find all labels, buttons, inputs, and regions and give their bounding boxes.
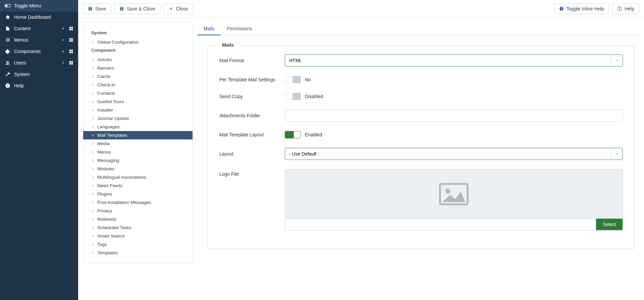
sidebar-item-components[interactable]: Components xyxy=(0,46,78,57)
config-item-news-feeds[interactable]: News Feeds xyxy=(83,181,193,190)
svg-rect-27 xyxy=(7,85,8,87)
config-item-media[interactable]: Media xyxy=(83,139,193,148)
config-item-label: Messaging xyxy=(97,158,119,163)
config-group-title: System xyxy=(83,29,193,38)
dashboard-grid-icon[interactable] xyxy=(69,38,73,42)
sidebar-item-system[interactable]: System xyxy=(0,69,78,80)
close-icon xyxy=(169,6,173,11)
config-item-mail-templates[interactable]: Mail Templates xyxy=(83,131,193,139)
sidebar-item-menus[interactable]: Menus xyxy=(0,34,78,46)
chevron-right-icon xyxy=(91,251,96,255)
sidebar-item-content[interactable]: Content xyxy=(0,23,78,34)
svg-rect-24 xyxy=(69,63,71,65)
svg-rect-8 xyxy=(6,40,6,40)
config-item-label: Guided Tours xyxy=(97,99,124,104)
config-item-smart-search[interactable]: Smart Search xyxy=(83,232,193,240)
chevron-right-icon xyxy=(91,142,96,145)
chevron-right-icon xyxy=(91,159,96,162)
chevron-right-icon xyxy=(61,50,65,53)
tab-mails[interactable]: Mails xyxy=(198,23,221,35)
config-item-menus[interactable]: Menus xyxy=(83,148,193,156)
config-item-joomla-update[interactable]: Joomla! Update xyxy=(83,114,193,123)
help-button[interactable]: Help xyxy=(612,3,639,14)
config-item-label: Redirects xyxy=(97,217,116,222)
send-copy-toggle[interactable] xyxy=(285,93,301,100)
fieldset-legend: Mails xyxy=(217,42,238,48)
tabs: Mails Permissions xyxy=(198,23,639,35)
config-item-redirects[interactable]: Redirects xyxy=(83,215,193,223)
save-close-button[interactable]: Save & Close xyxy=(114,3,160,14)
svg-rect-3 xyxy=(71,27,73,29)
config-item-messaging[interactable]: Messaging xyxy=(83,156,193,165)
chevron-right-icon xyxy=(91,218,96,221)
config-main: Mails Permissions Mails Mail Format HTML xyxy=(193,23,639,263)
toggle-inline-help-button[interactable]: ? Toggle Inline Help xyxy=(554,3,609,14)
sidebar-item-help[interactable]: Help xyxy=(0,80,78,91)
svg-rect-17 xyxy=(71,50,73,51)
layout-select[interactable]: - Use Default - xyxy=(285,148,623,160)
per-template-value: No xyxy=(305,77,311,82)
svg-rect-15 xyxy=(71,40,73,42)
save-label: Save xyxy=(95,6,106,11)
config-item-privacy[interactable]: Privacy xyxy=(83,207,193,215)
config-item-plugins[interactable]: Plugins xyxy=(83,190,193,198)
question-icon xyxy=(617,6,622,11)
chevron-right-icon xyxy=(91,41,96,44)
config-item-post-installation-messages[interactable]: Post-installation Messages xyxy=(83,198,193,207)
close-button[interactable]: Close xyxy=(164,3,193,14)
mail-format-select[interactable]: HTML xyxy=(285,54,623,67)
config-item-cache[interactable]: Cache xyxy=(83,72,193,81)
svg-rect-9 xyxy=(7,40,10,40)
toolbar-left: Save Save & Close Close xyxy=(83,3,193,14)
config-item-banners[interactable]: Banners xyxy=(83,64,193,72)
config-item-label: Languages xyxy=(97,124,120,129)
chevron-right-icon xyxy=(91,58,96,61)
sidebar-item-users[interactable]: Users xyxy=(0,57,78,69)
chevron-right-icon xyxy=(61,61,65,65)
sidebar-item-label: Users xyxy=(14,60,61,66)
config-item-scheduled-tasks[interactable]: Scheduled Tasks xyxy=(83,223,193,232)
save-close-icon xyxy=(119,6,124,11)
chevron-right-icon xyxy=(91,184,96,187)
config-item-label: Menus xyxy=(97,149,111,155)
config-item-global-configuration[interactable]: Global Configuration xyxy=(83,38,193,46)
dashboard-grid-icon[interactable] xyxy=(69,60,73,65)
svg-point-34 xyxy=(445,188,450,193)
config-item-articles[interactable]: Articles xyxy=(83,55,193,64)
toggle-menu-label: Toggle Menu xyxy=(14,3,73,8)
config-item-tags[interactable]: Tags xyxy=(83,240,193,249)
sidebar-item-label: System xyxy=(14,72,73,77)
svg-text:?: ? xyxy=(560,7,562,10)
sidebar-item-label: Components xyxy=(14,49,61,54)
config-item-installer[interactable]: Installer xyxy=(83,106,193,114)
config-item-contacts[interactable]: Contacts xyxy=(83,89,193,97)
mail-format-label: Mail Format xyxy=(219,58,285,63)
config-item-multilingual-associations[interactable]: Multilingual Associations xyxy=(83,173,193,181)
save-button[interactable]: Save xyxy=(83,3,111,14)
config-item-languages[interactable]: Languages xyxy=(83,123,193,131)
svg-rect-22 xyxy=(69,61,71,63)
config-item-modules[interactable]: Modules xyxy=(83,165,193,173)
logo-select-button[interactable]: Select xyxy=(596,219,623,230)
config-item-guided-tours[interactable]: Guided Tours xyxy=(83,97,193,106)
template-layout-toggle[interactable] xyxy=(285,131,301,138)
attachments-input[interactable] xyxy=(285,110,623,122)
puzzle-icon xyxy=(5,48,11,54)
config-item-label: Tags xyxy=(97,242,107,247)
chevron-right-icon xyxy=(91,83,96,87)
chevron-right-icon xyxy=(61,38,65,42)
tab-permissions[interactable]: Permissions xyxy=(221,23,258,35)
layout-row: Layout - Use Default - xyxy=(219,148,623,160)
toggle-menu-button[interactable]: Toggle Menu xyxy=(0,0,78,11)
toolbar: Save Save & Close Close ? Toggle Inlin xyxy=(78,0,644,18)
sidebar-item-home-dashboard[interactable]: Home Dashboard xyxy=(0,11,78,23)
dashboard-grid-icon[interactable] xyxy=(69,49,73,54)
dashboard-grid-icon[interactable] xyxy=(69,26,73,31)
config-item-label: Plugins xyxy=(97,191,112,197)
config-item-check-in[interactable]: Check-in xyxy=(83,81,193,89)
config-item-templates[interactable]: Templates xyxy=(83,249,193,257)
content-area: SystemGlobal ConfigurationComponentArtic… xyxy=(78,18,644,268)
logo-path-input[interactable] xyxy=(285,219,596,230)
per-template-toggle[interactable] xyxy=(285,76,301,83)
logo-label: Logo File xyxy=(219,169,285,177)
